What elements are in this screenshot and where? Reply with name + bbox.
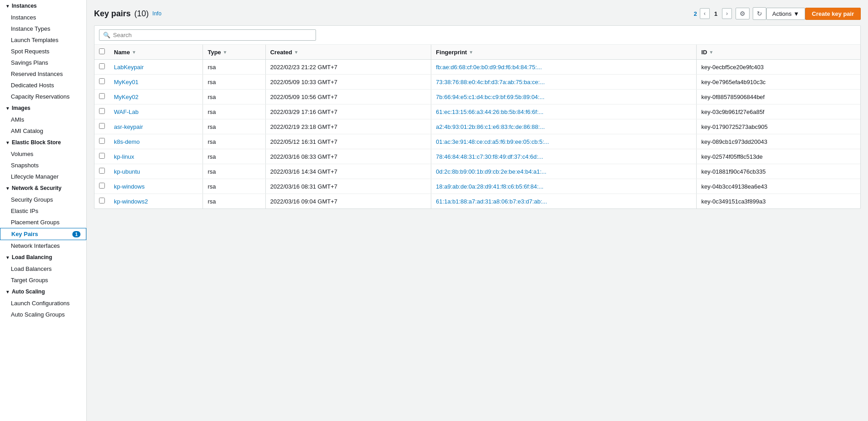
sidebar-item-auto-scaling-groups[interactable]: Auto Scaling Groups — [0, 309, 86, 320]
key-pair-name-link-3[interactable]: WAF-Lab — [114, 109, 138, 115]
row-name-3: WAF-Lab — [109, 104, 203, 119]
name-sort-icon[interactable]: ▼ — [132, 50, 136, 55]
row-name-2: MyKey02 — [109, 90, 203, 104]
key-pair-name-link-4[interactable]: asr-keypair — [114, 123, 143, 130]
sidebar-item-placement-groups[interactable]: Placement Groups — [0, 217, 86, 228]
actions-button[interactable]: Actions ▼ — [766, 8, 805, 20]
sidebar-item-load-balancers[interactable]: Load Balancers — [0, 263, 86, 274]
table-row: asr-keypair rsa 2022/02/19 23:18 GMT+7 a… — [94, 119, 860, 134]
select-all-checkbox[interactable] — [99, 48, 105, 54]
row-id-0: key-0ecbf5ce20e9fc403 — [697, 60, 860, 75]
search-bar: 🔍 — [94, 26, 860, 45]
key-pair-name-link-8[interactable]: kp-windows — [114, 183, 145, 190]
row-fingerprint-5: 01:ac:3e:91:48:ce:cd:a5:f6:b9:ee:05:cb:5… — [431, 134, 696, 149]
sidebar-item-key-pairs[interactable]: Key Pairs1 — [0, 228, 86, 240]
sidebar-section-header-auto-scaling[interactable]: ▼ Auto Scaling — [0, 286, 86, 298]
sidebar-item-launch-templates[interactable]: Launch Templates — [0, 34, 86, 46]
row-checkbox-5[interactable] — [99, 138, 105, 144]
row-checkbox-1[interactable] — [99, 78, 105, 84]
table-row: kp-ubuntu rsa 2022/03/16 14:34 GMT+7 0d:… — [94, 164, 860, 179]
create-key-pair-button[interactable]: Create key pair — [805, 8, 861, 20]
sidebar-item-amis[interactable]: AMIs — [0, 114, 86, 125]
main-content: Key pairs (10) Info 2 ‹ 1 › ⚙ ↻ Actions … — [87, 0, 868, 421]
sidebar-item-elastic-ips[interactable]: Elastic IPs — [0, 205, 86, 217]
page-count: (10) — [134, 9, 149, 19]
chevron-icon: ▼ — [5, 140, 10, 145]
row-checkbox-8[interactable] — [99, 183, 105, 189]
sidebar-section-header-instances[interactable]: ▼ Instances — [0, 0, 86, 12]
id-sort-icon[interactable]: ▼ — [709, 50, 713, 55]
row-fingerprint-8: 18:a9:ab:de:0a:28:d9:41:f8:c6:b5:6f:84:.… — [431, 179, 696, 194]
chevron-icon: ▼ — [5, 4, 10, 9]
key-pairs-table: Name ▼ Type ▼ — [94, 45, 860, 208]
row-created-0: 2022/02/23 21:22 GMT+7 — [266, 60, 431, 75]
sidebar-section-header-elastic-block-store[interactable]: ▼ Elastic Block Store — [0, 137, 86, 148]
sidebar-item-reserved-instances[interactable]: Reserved Instances — [0, 68, 86, 80]
row-checkbox-9[interactable] — [99, 198, 105, 203]
row-checkbox-0[interactable] — [99, 63, 105, 69]
sidebar-item-volumes[interactable]: Volumes — [0, 148, 86, 160]
row-checkbox-4[interactable] — [99, 123, 105, 129]
sidebar-item-badge: 1 — [72, 231, 80, 237]
row-type-0: rsa — [203, 60, 265, 75]
fingerprint-value-7: 0d:2c:8b:b9:00:1b:d9:cb:2e:be:e4:b4:a1:.… — [436, 168, 546, 175]
sidebar-item-capacity-reservations[interactable]: Capacity Reservations — [0, 91, 86, 102]
sidebar-item-ami-catalog[interactable]: AMI Catalog — [0, 125, 86, 137]
table-container: 🔍 Name ▼ — [94, 25, 861, 209]
row-created-7: 2022/03/16 14:34 GMT+7 — [266, 164, 431, 179]
key-pair-name-link-1[interactable]: MyKey01 — [114, 79, 138, 85]
sidebar-item-target-groups[interactable]: Target Groups — [0, 274, 86, 286]
key-pair-name-link-7[interactable]: kp-ubuntu — [114, 168, 140, 175]
col-header-created: Created ▼ — [266, 45, 431, 60]
key-pair-name-link-9[interactable]: kp-windows2 — [114, 198, 148, 205]
sidebar-section-header-load-balancing[interactable]: ▼ Load Balancing — [0, 251, 86, 263]
row-type-4: rsa — [203, 119, 265, 134]
sidebar-item-instances[interactable]: Instances — [0, 12, 86, 23]
row-checkbox-2[interactable] — [99, 93, 105, 99]
fingerprint-value-1: 73:38:76:88:e0:4c:bf:d3:7a:ab:75:ba:ce:.… — [436, 79, 545, 85]
sidebar-item-snapshots[interactable]: Snapshots — [0, 160, 86, 171]
row-id-9: key-0c349151ca3f899a3 — [697, 194, 860, 209]
app-layout: ▼ InstancesInstancesInstance TypesLaunch… — [0, 0, 868, 421]
type-sort-icon[interactable]: ▼ — [223, 50, 227, 55]
sidebar-section-header-images[interactable]: ▼ Images — [0, 102, 86, 114]
search-input[interactable] — [113, 32, 312, 38]
row-name-8: kp-windows — [109, 179, 203, 194]
row-checkbox-3[interactable] — [99, 108, 105, 114]
key-pair-name-link-5[interactable]: k8s-demo — [114, 138, 140, 145]
page-title: Key pairs — [94, 9, 131, 19]
sidebar-section-header-network-security[interactable]: ▼ Network & Security — [0, 182, 86, 194]
key-pair-name-link-2[interactable]: MyKey02 — [114, 94, 138, 100]
row-checkbox-7[interactable] — [99, 168, 105, 174]
fingerprint-sort-icon[interactable]: ▼ — [469, 50, 473, 55]
prev-page-button[interactable]: ‹ — [700, 8, 710, 19]
sidebar-item-lifecycle-manager[interactable]: Lifecycle Manager — [0, 171, 86, 182]
refresh-button[interactable]: ↻ — [753, 7, 766, 20]
sidebar-item-savings-plans[interactable]: Savings Plans — [0, 57, 86, 68]
table-row: kp-windows rsa 2022/03/16 08:31 GMT+7 18… — [94, 179, 860, 194]
sidebar-item-launch-configurations[interactable]: Launch Configurations — [0, 298, 86, 309]
row-checkbox-6[interactable] — [99, 153, 105, 159]
info-link[interactable]: Info — [152, 10, 161, 17]
row-id-3: key-03c9b961f27e6a85f — [697, 104, 860, 119]
row-id-5: key-089cb1c973dd20043 — [697, 134, 860, 149]
key-pair-name-link-0[interactable]: LabKeypair — [114, 64, 144, 71]
actions-label: Actions — [772, 10, 792, 17]
next-page-button[interactable]: › — [722, 8, 732, 19]
sidebar-item-dedicated-hosts[interactable]: Dedicated Hosts — [0, 80, 86, 91]
sidebar-item-network-interfaces[interactable]: Network Interfaces — [0, 240, 86, 251]
key-pair-name-link-6[interactable]: kp-linux — [114, 153, 134, 160]
sidebar-item-security-groups[interactable]: Security Groups — [0, 194, 86, 205]
row-type-2: rsa — [203, 90, 265, 104]
sidebar-item-instance-types[interactable]: Instance Types — [0, 23, 86, 34]
settings-button[interactable]: ⚙ — [736, 8, 750, 19]
row-name-1: MyKey01 — [109, 75, 203, 90]
row-checkbox-cell — [94, 149, 109, 164]
row-name-7: kp-ubuntu — [109, 164, 203, 179]
fingerprint-value-2: 7b:66:94:e5:c1:d4:bc:c9:bf:69:5b:89:04:.… — [436, 94, 544, 100]
fingerprint-value-5: 01:ac:3e:91:48:ce:cd:a5:f6:b9:ee:05:cb:5… — [436, 138, 549, 145]
sidebar-item-spot-requests[interactable]: Spot Requests — [0, 46, 86, 57]
created-sort-icon[interactable]: ▼ — [294, 50, 298, 55]
row-id-6: key-02574f05ff8c513de — [697, 149, 860, 164]
row-type-1: rsa — [203, 75, 265, 90]
